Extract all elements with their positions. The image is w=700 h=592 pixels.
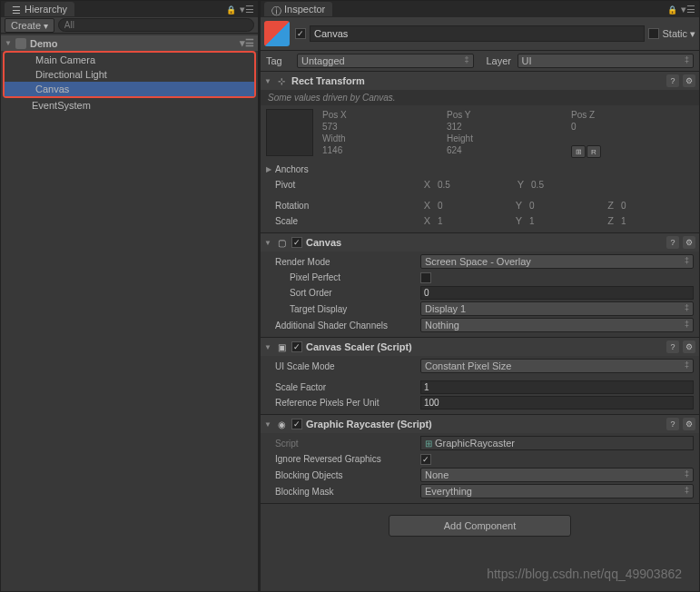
gameobject-name-input[interactable]: [310, 25, 645, 42]
anchors-foldout[interactable]: ▶: [266, 165, 273, 173]
hierarchy-item-canvas[interactable]: Canvas: [5, 82, 254, 96]
static-dropdown-icon[interactable]: ▾: [690, 28, 695, 40]
panel-menu-icon[interactable]: ▾☰: [240, 4, 254, 15]
scene-menu-icon[interactable]: ▾☰: [240, 37, 254, 49]
render-mode-dropdown[interactable]: Screen Space - Overlay: [420, 254, 694, 269]
graphic-raycaster-icon: ◉: [275, 418, 288, 430]
tag-label: Tag: [266, 55, 291, 66]
canvas-icon: ▢: [275, 236, 288, 249]
gameobject-icon[interactable]: [264, 21, 290, 46]
gear-icon[interactable]: ⚙: [683, 340, 695, 353]
inspector-icon: ⓘ: [271, 5, 281, 14]
raw-edit-button[interactable]: R: [587, 145, 601, 158]
rect-transform-icon: ⊹: [275, 74, 288, 87]
add-component-button[interactable]: Add Component: [389, 515, 572, 537]
blueprint-button[interactable]: ⊞: [571, 145, 586, 158]
ignore-reversed-checkbox[interactable]: [420, 454, 431, 465]
hierarchy-icon: ☰: [12, 5, 21, 14]
anchor-preset-button[interactable]: [266, 109, 313, 156]
scale-factor-input[interactable]: [420, 380, 694, 394]
pixel-perfect-checkbox[interactable]: [420, 272, 431, 283]
blocking-objects-dropdown[interactable]: None: [420, 468, 694, 482]
help-icon[interactable]: ?: [666, 236, 679, 249]
layer-label: Layer: [479, 55, 512, 66]
hierarchy-tab-label: Hierarchy: [25, 4, 67, 15]
ui-scale-mode-dropdown[interactable]: Constant Pixel Size: [420, 359, 694, 373]
hierarchy-item-main-camera[interactable]: Main Camera: [5, 53, 254, 67]
layer-dropdown[interactable]: UI: [518, 54, 695, 68]
lock-icon[interactable]: [226, 4, 236, 15]
canvas-component-header[interactable]: ▼ ▢ Canvas ? ⚙: [261, 233, 699, 252]
watermark-text: https://blog.csdn.net/qq_49903862: [487, 567, 682, 581]
inspector-tab-label: Inspector: [284, 4, 325, 15]
help-icon[interactable]: ?: [666, 340, 679, 353]
expand-arrow-icon[interactable]: ▼: [5, 39, 12, 47]
canvas-scaler-enabled-checkbox[interactable]: [291, 341, 302, 352]
graphic-raycaster-header[interactable]: ▼ ◉ Graphic Raycaster (Script) ? ⚙: [261, 415, 699, 433]
scene-icon: [15, 38, 26, 49]
addl-shader-dropdown[interactable]: Nothing: [420, 318, 694, 332]
help-icon[interactable]: ?: [666, 74, 679, 87]
target-display-dropdown[interactable]: Display 1: [420, 301, 694, 316]
gear-icon[interactable]: ⚙: [683, 236, 695, 249]
panel-menu-icon[interactable]: ▾☰: [681, 4, 695, 15]
inspector-tab[interactable]: ⓘ Inspector: [264, 2, 332, 16]
driven-message: Some values driven by Canvas.: [261, 90, 699, 105]
graphic-raycaster-enabled-checkbox[interactable]: [291, 419, 302, 429]
canvas-scaler-header[interactable]: ▼ ▣ Canvas Scaler (Script) ? ⚙: [261, 338, 699, 356]
static-checkbox[interactable]: [648, 28, 659, 39]
scene-name: Demo: [30, 38, 58, 49]
create-button[interactable]: Create ▾: [5, 18, 54, 33]
hierarchy-item-directional-light[interactable]: Directional Light: [5, 67, 254, 82]
ref-pixels-input[interactable]: [420, 396, 694, 409]
scene-root[interactable]: ▼ Demo ▾☰: [1, 35, 258, 51]
hierarchy-tree: ▼ Demo ▾☰ Main Camera Directional Light …: [1, 34, 258, 591]
active-checkbox[interactable]: [295, 28, 306, 39]
blocking-mask-dropdown[interactable]: Everything: [420, 484, 694, 498]
rect-transform-header[interactable]: ▼ ⊹ Rect Transform ? ⚙: [261, 72, 699, 90]
hierarchy-item-eventsystem[interactable]: EventSystem: [1, 98, 258, 113]
hierarchy-tab[interactable]: ☰ Hierarchy: [5, 2, 74, 16]
canvas-scaler-icon: ▣: [275, 340, 288, 353]
help-icon[interactable]: ?: [666, 418, 679, 430]
gear-icon[interactable]: ⚙: [683, 74, 695, 87]
script-reference[interactable]: GraphicRaycaster: [420, 436, 694, 450]
gear-icon[interactable]: ⚙: [683, 418, 695, 430]
lock-icon[interactable]: [667, 4, 677, 15]
static-label: Static: [662, 28, 687, 39]
sort-order-input[interactable]: [420, 286, 694, 300]
canvas-enabled-checkbox[interactable]: [291, 237, 302, 248]
tag-dropdown[interactable]: Untagged: [297, 54, 474, 68]
hierarchy-search-input[interactable]: [58, 18, 254, 32]
